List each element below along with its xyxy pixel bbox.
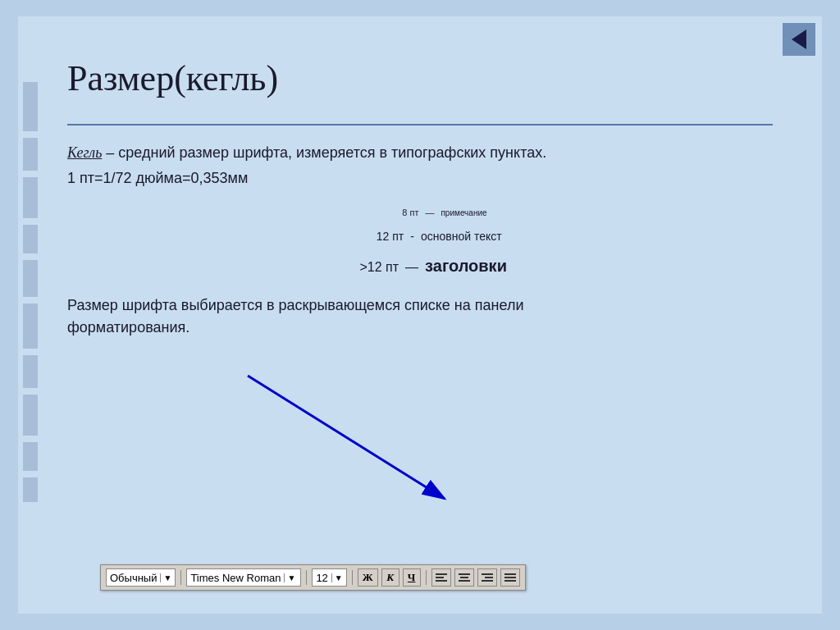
deco-bar-3 — [23, 177, 38, 218]
size-dash-8pt: — — [425, 206, 434, 220]
align-right-icon — [482, 573, 493, 582]
deco-bar-2 — [23, 138, 38, 171]
nav-prev-button[interactable] — [783, 23, 815, 56]
font-label: Times New Roman — [190, 572, 281, 584]
size-label-12pt: 12 пт — [338, 228, 404, 245]
size-dash-12pt: - — [410, 228, 414, 245]
size-label-more12pt: >12 пт — [333, 258, 399, 277]
separator-1 — [180, 570, 181, 585]
deco-bar-10 — [23, 477, 38, 502]
deco-bar-8 — [23, 395, 38, 436]
underline-button[interactable]: Ч — [403, 568, 421, 587]
size-desc-8pt: примечание — [441, 207, 486, 219]
font-dropdown[interactable]: Times New Roman ▼ — [186, 568, 301, 587]
align-left-icon — [436, 573, 447, 582]
align-center-icon — [459, 573, 470, 582]
size-row-8pt: 8 пт — примечание — [353, 206, 486, 220]
decorative-bars — [18, 16, 43, 614]
formatting-toolbar: Обычный ▼ Times New Roman ▼ 12 ▼ Ж К Ч — [100, 564, 526, 591]
title-divider — [67, 124, 773, 126]
size-row-more12pt: >12 пт — заголовки — [333, 253, 507, 278]
style-label: Обычный — [110, 572, 157, 584]
size-desc-more12pt: заголовки — [425, 253, 507, 278]
pointer-arrow-svg — [182, 359, 510, 523]
size-row-12pt: 12 пт - основной текст — [338, 228, 501, 245]
deco-bar-4 — [23, 225, 38, 253]
kegl-term: Кегль — [67, 144, 102, 161]
separator-3 — [352, 570, 353, 585]
size-arrow: ▼ — [331, 573, 343, 582]
style-dropdown[interactable]: Обычный ▼ — [106, 568, 176, 587]
font-arrow: ▼ — [284, 573, 295, 582]
bold-button[interactable]: Ж — [358, 568, 378, 587]
deco-bar-1 — [23, 82, 38, 131]
size-dash-more12pt: — — [405, 258, 418, 277]
deco-bar-7 — [23, 355, 38, 388]
size-examples: 8 пт — примечание 12 пт - основной текст… — [67, 206, 773, 278]
size-desc-12pt: основной текст — [421, 228, 502, 245]
italic-button[interactable]: К — [381, 568, 399, 587]
separator-4 — [426, 570, 427, 585]
format-paragraph: Размер шрифта выбирается в раскрывающемс… — [67, 294, 559, 339]
definition-text: – средний размер шрифта, измеряется в ти… — [102, 144, 546, 161]
align-justify-icon — [504, 573, 516, 582]
align-left-button[interactable] — [431, 568, 451, 587]
deco-bar-5 — [23, 260, 38, 297]
align-justify-button[interactable] — [500, 568, 520, 587]
slide-content: Кегль – средний размер шрифта, измеряетс… — [67, 142, 773, 339]
style-arrow: ▼ — [160, 573, 171, 582]
align-center-button[interactable] — [454, 568, 474, 587]
svg-line-1 — [248, 376, 445, 499]
size-value: 12 — [316, 572, 327, 584]
pt-line: 1 пт=1/72 дюйма=0,353мм — [67, 167, 773, 189]
nav-arrow-icon — [792, 30, 806, 49]
slide-container: Размер(кегль) Кегль – средний размер шри… — [18, 16, 822, 614]
pointer-arrow — [182, 359, 510, 523]
size-dropdown[interactable]: 12 ▼ — [312, 568, 346, 587]
size-label-8pt: 8 пт — [353, 206, 418, 220]
align-right-button[interactable] — [477, 568, 497, 587]
separator-2 — [306, 570, 307, 585]
definition-line: Кегль – средний размер шрифта, измеряетс… — [67, 142, 773, 164]
slide-title: Размер(кегль) — [67, 57, 773, 99]
deco-bar-6 — [23, 304, 38, 349]
deco-bar-9 — [23, 442, 38, 471]
